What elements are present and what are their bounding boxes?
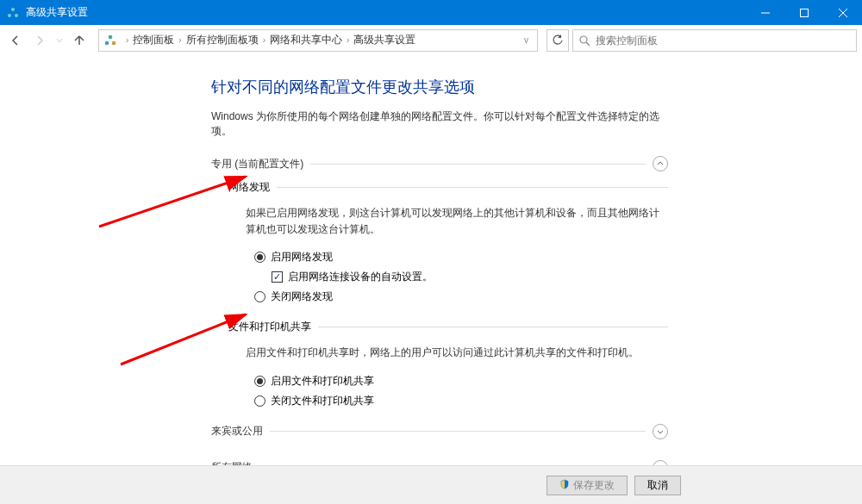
breadcrumb-item[interactable]: 控制面板	[133, 33, 174, 47]
radio-label: 关闭网络发现	[271, 289, 333, 304]
recent-dropdown[interactable]	[53, 30, 66, 51]
breadcrumb-item[interactable]: 高级共享设置	[353, 33, 415, 47]
chevron-right-icon: ›	[347, 35, 349, 45]
button-label: 保存更改	[573, 478, 615, 493]
content-area: 针对不同的网络配置文件更改共享选项 Windows 为你所使用的每个网络创建单独…	[0, 56, 862, 465]
radio-icon	[254, 291, 265, 302]
radio-label: 启用网络发现	[271, 250, 333, 264]
radio-enable-discovery[interactable]: 启用网络发现	[254, 250, 668, 264]
profile-label: 来宾或公用	[211, 424, 263, 439]
control-panel-icon	[103, 33, 118, 48]
button-label: 取消	[647, 478, 668, 493]
chevron-up-icon	[653, 156, 668, 171]
radio-disable-discovery[interactable]: 关闭网络发现	[254, 289, 668, 304]
breadcrumb-item[interactable]: 网络和共享中心	[270, 33, 342, 47]
chevron-right-icon: ›	[263, 35, 265, 45]
radio-icon	[254, 252, 265, 263]
profile-private-header[interactable]: 专用 (当前配置文件)	[211, 156, 668, 171]
search-icon	[578, 34, 590, 47]
divider	[310, 164, 646, 165]
svg-point-9	[112, 40, 116, 45]
breadcrumb-dropdown[interactable]: v	[519, 35, 534, 45]
shield-icon	[559, 479, 570, 492]
divider	[318, 327, 668, 327]
svg-point-0	[11, 8, 15, 11]
window-title: 高级共享设置	[26, 5, 746, 20]
search-box[interactable]	[572, 29, 857, 52]
divider	[277, 187, 668, 188]
forward-button[interactable]	[29, 30, 50, 51]
svg-point-10	[580, 36, 587, 43]
svg-point-7	[109, 34, 113, 39]
navbar: › 控制面板 › 所有控制面板项 › 网络和共享中心 › 高级共享设置 v	[0, 25, 862, 56]
search-input[interactable]	[596, 34, 851, 47]
group-description: 启用文件和打印机共享时，网络上的用户可以访问通过此计算机共享的文件和打印机。	[246, 345, 668, 361]
divider	[270, 431, 646, 432]
page-description: Windows 为你所使用的每个网络创建单独的网络配置文件。你可以针对每个配置文…	[211, 109, 668, 139]
radio-enable-sharing[interactable]: 启用文件和打印机共享	[254, 374, 668, 389]
group-description: 如果已启用网络发现，则这台计算机可以发现网络上的其他计算机和设备，而且其他网络计…	[246, 205, 668, 238]
back-button[interactable]	[5, 30, 26, 51]
checkbox-icon: ✓	[272, 271, 283, 283]
group-file-sharing: 文件和打印机共享 启用文件和打印机共享时，网络上的用户可以访问通过此计算机共享的…	[228, 320, 668, 408]
up-button[interactable]	[69, 30, 90, 51]
chevron-right-icon: ›	[126, 35, 128, 45]
cancel-button[interactable]: 取消	[634, 476, 681, 495]
group-network-discovery: 网络发现 如果已启用网络发现，则这台计算机可以发现网络上的其他计算机和设备，而且…	[228, 180, 668, 304]
radio-icon	[254, 395, 265, 407]
footer: 保存更改 取消	[0, 465, 862, 504]
svg-rect-4	[800, 9, 808, 16]
breadcrumb[interactable]: › 控制面板 › 所有控制面板项 › 网络和共享中心 › 高级共享设置 v	[98, 29, 538, 52]
breadcrumb-item[interactable]: 所有控制面板项	[186, 33, 259, 47]
radio-label: 关闭文件和打印机共享	[271, 394, 374, 408]
refresh-button[interactable]	[547, 29, 569, 52]
titlebar: 高级共享设置	[0, 0, 862, 25]
svg-point-1	[8, 14, 11, 17]
radio-disable-sharing[interactable]: 关闭文件和打印机共享	[254, 394, 668, 408]
minimize-button[interactable]	[746, 0, 784, 25]
profile-guest-header[interactable]: 来宾或公用	[211, 424, 668, 439]
save-button[interactable]: 保存更改	[547, 476, 628, 495]
group-title: 文件和打印机共享	[228, 320, 311, 334]
page-title: 针对不同的网络配置文件更改共享选项	[211, 77, 668, 97]
close-button[interactable]	[823, 0, 862, 25]
svg-point-2	[15, 14, 18, 17]
app-icon	[0, 7, 26, 19]
checkbox-label: 启用网络连接设备的自动设置。	[288, 270, 433, 284]
chevron-down-icon	[653, 424, 668, 439]
group-title: 网络发现	[228, 180, 270, 195]
chevron-right-icon: ›	[178, 35, 181, 45]
maximize-button[interactable]	[784, 0, 823, 25]
profile-label: 专用 (当前配置文件)	[211, 157, 303, 171]
checkbox-auto-setup[interactable]: ✓ 启用网络连接设备的自动设置。	[272, 270, 668, 284]
svg-point-8	[105, 40, 109, 45]
radio-icon	[254, 376, 265, 387]
svg-line-11	[586, 42, 590, 46]
radio-label: 启用文件和打印机共享	[271, 374, 374, 389]
